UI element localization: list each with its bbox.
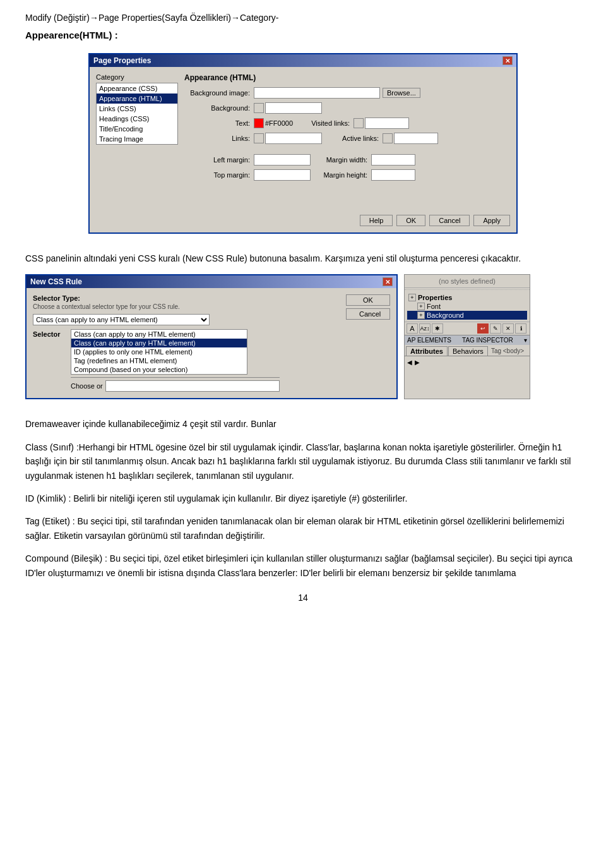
left-margin-input[interactable]	[254, 154, 311, 166]
selector-label: Selector	[33, 329, 68, 338]
panel-arrow-icon[interactable]: ▾	[524, 337, 527, 344]
selector-input[interactable]	[105, 380, 280, 392]
selector-type-dropdown[interactable]: Class (can apply to any HTML element)	[33, 314, 210, 325]
ap-elements-bar: AP ELEMENTS TAG INSPECTOR ▾	[405, 335, 530, 345]
left-margin-label: Left margin:	[184, 156, 254, 164]
css-dialog-title: New CSS Rule	[30, 277, 82, 286]
links-label: Links:	[184, 135, 254, 142]
css-close-icon[interactable]: ✕	[383, 277, 393, 286]
css-dialog-titlebar: New CSS Rule ✕	[27, 275, 396, 288]
paragraph-6: Compound (Bileşik) : Bu seçici tipi, öze…	[25, 552, 581, 580]
cancel-button[interactable]: Cancel	[429, 215, 470, 226]
section-title: Appearence(HTML) :	[25, 28, 581, 43]
category-list: Appearance (CSS) Appearance (HTML) Links…	[96, 83, 178, 145]
links-input[interactable]	[265, 133, 322, 144]
toolbar-star-icon[interactable]: ✱	[432, 323, 443, 334]
dialog-title: Page Properties	[93, 56, 151, 65]
apply-button[interactable]: Apply	[473, 215, 510, 226]
css-ok-button[interactable]: OK	[346, 294, 390, 306]
selector-type-sub: Choose a contextual selector type for yo…	[33, 303, 337, 310]
page-number: 14	[25, 593, 581, 603]
tab-body: ◀ ▶	[405, 356, 530, 368]
background-label: Background:	[184, 104, 254, 112]
props-toolbar: A Az↕ ✱ ↩ ✎ ✕ ℹ	[405, 322, 530, 335]
dialog-titlebar: Page Properties ✕	[90, 54, 516, 67]
margin-height-label: Margin height:	[314, 171, 371, 179]
text-color-swatch[interactable]	[254, 118, 264, 128]
toolbar-edit-icon[interactable]: ✎	[490, 323, 501, 334]
text-label: Text:	[184, 119, 254, 127]
tab-behaviors[interactable]: Behaviors	[448, 346, 488, 356]
active-links-input[interactable]	[394, 133, 438, 144]
ap-elements-label[interactable]: AP ELEMENTS	[407, 337, 451, 344]
margin-height-input[interactable]	[371, 169, 415, 181]
paragraph-5: Tag (Etiket) : Bu seçici tipi, stil tara…	[25, 514, 581, 543]
category-item-links[interactable]: Links (CSS)	[97, 104, 177, 114]
properties-panel: (no styles defined) + Properties + Font …	[404, 274, 530, 399]
no-styles-text: (no styles defined)	[405, 275, 530, 288]
top-margin-label: Top margin:	[184, 171, 254, 179]
active-links-swatch[interactable]	[383, 133, 393, 143]
selector-list-item[interactable]: Class (can apply to any HTML element)	[71, 330, 247, 339]
text-color-value: #FF0000	[265, 119, 293, 127]
paragraph-1: CSS panelinin altındaki yeni CSS kuralı …	[25, 251, 581, 265]
active-links-label: Active links:	[326, 135, 383, 142]
category-label: Category	[96, 73, 178, 81]
new-css-rule-dialog: New CSS Rule ✕ Selector Type: Choose a c…	[25, 274, 398, 399]
selector-list-item-id[interactable]: ID (applies to only one HTML element)	[71, 347, 247, 356]
toolbar-action-icon[interactable]: ↩	[477, 323, 489, 334]
toolbar-info-icon[interactable]: ℹ	[515, 323, 526, 334]
font-label: Font	[427, 303, 441, 310]
category-item-tracing[interactable]: Tracing Image	[97, 134, 177, 144]
visited-links-swatch[interactable]	[354, 118, 364, 128]
background-color-input[interactable]	[265, 102, 322, 114]
font-expand-icon[interactable]: +	[417, 303, 425, 310]
bg-image-input[interactable]	[254, 87, 380, 99]
visited-links-label: Visited links:	[297, 119, 354, 127]
breadcrumb: Modify (Değiştir)→Page Properties(Sayfa …	[25, 13, 581, 23]
tab-attributes[interactable]: Attributes	[406, 346, 448, 356]
toolbar-delete-icon[interactable]: ✕	[502, 323, 514, 334]
help-button[interactable]: Help	[360, 215, 393, 226]
paragraph-2: Dremaweaver içinde kullanabileceğimiz 4 …	[25, 417, 581, 431]
tab-icon-right[interactable]: ▶	[415, 359, 420, 366]
tag-inspector-label[interactable]: TAG INSPECTOR	[462, 337, 513, 344]
ok-button[interactable]: OK	[396, 215, 425, 226]
background-expand-icon[interactable]: +	[417, 311, 425, 319]
toolbar-text-icon[interactable]: A	[407, 323, 418, 334]
page-properties-dialog: Page Properties ✕ Category Appearance (C…	[88, 53, 518, 234]
top-margin-input[interactable]	[254, 169, 311, 181]
toolbar-az-icon[interactable]: Az↕	[419, 323, 431, 334]
selector-list-item-compound[interactable]: Compound (based on your selection)	[71, 365, 247, 374]
close-icon[interactable]: ✕	[502, 56, 513, 65]
margin-width-input[interactable]	[371, 154, 415, 166]
css-cancel-button[interactable]: Cancel	[346, 308, 390, 320]
links-swatch[interactable]	[254, 133, 264, 143]
panel-title: Appearance (HTML)	[184, 73, 510, 82]
visited-links-input[interactable]	[365, 118, 409, 129]
selector-list: Class (can apply to any HTML element) Cl…	[71, 329, 247, 375]
paragraph-3: Class (Sınıf) :Herhangi bir HTML ögesine…	[25, 440, 581, 483]
expand-icon[interactable]: +	[408, 294, 416, 301]
paragraph-4: ID (Kimlik) : Belirli bir niteliği içere…	[25, 491, 581, 505]
selector-type-label: Selector Type:	[33, 294, 337, 302]
background-color-swatch[interactable]	[254, 103, 264, 113]
category-item-html[interactable]: Appearance (HTML)	[97, 93, 177, 104]
choose-or-label: Choose or	[71, 382, 103, 390]
selector-list-item-selected[interactable]: Class (can apply to any HTML element)	[71, 339, 247, 347]
tag-body-label: Tag <body>	[489, 346, 526, 356]
category-item-headings[interactable]: Headings (CSS)	[97, 114, 177, 124]
browse-button[interactable]: Browse...	[383, 88, 420, 98]
tab-icon-left[interactable]: ◀	[407, 359, 412, 366]
background-label: Background	[427, 311, 464, 319]
category-item-css[interactable]: Appearance (CSS)	[97, 83, 177, 93]
category-item-title[interactable]: Title/Encoding	[97, 124, 177, 134]
bg-image-label: Background image:	[184, 89, 254, 97]
margin-width-label: Margin width:	[314, 156, 371, 164]
selector-list-item-tag[interactable]: Tag (redefines an HTML element)	[71, 356, 247, 365]
tab-bar: Attributes Behaviors Tag <body>	[405, 345, 530, 356]
properties-title: Properties	[418, 294, 452, 301]
